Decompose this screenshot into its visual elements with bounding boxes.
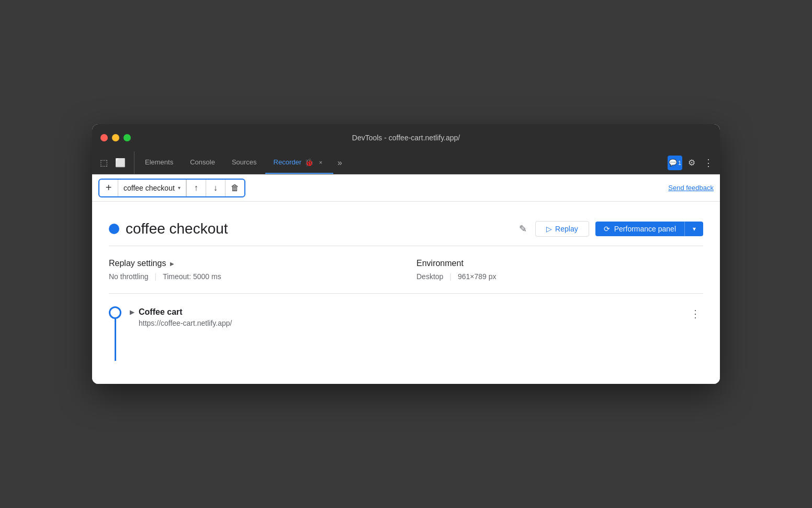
env-separator: | (449, 272, 452, 281)
chat-badge-button[interactable]: 💬1 (668, 156, 682, 170)
settings-section: Replay settings ▶ No throttling | Timeou… (109, 246, 703, 294)
recording-status-dot (109, 224, 119, 234)
tab-sources[interactable]: Sources (223, 151, 265, 174)
tab-recorder[interactable]: Recorder 🐞 × (265, 151, 333, 174)
devtools-window: DevTools - coffee-cart.netlify.app/ ⬚ ⬜ … (92, 124, 720, 384)
timeline-item-url: https://coffee-cart.netlify.app/ (139, 319, 232, 327)
performance-panel-button[interactable]: ⟳ Performance panel (595, 222, 684, 236)
device-toolbar-button[interactable]: ⬜ (113, 156, 128, 170)
main-content: coffee checkout ✎ ▷ Replay ⟳ Performance… (92, 202, 720, 384)
tab-icon-group: ⬚ ⬜ (96, 151, 134, 174)
more-tabs-button[interactable]: » (333, 151, 346, 174)
timeline-connector (109, 306, 121, 361)
send-feedback-link[interactable]: Send feedback (668, 184, 714, 192)
replay-button[interactable]: ▷ Replay (535, 221, 589, 237)
timeline-line (115, 319, 116, 361)
timeline-item-more-button[interactable]: ⋮ (688, 307, 703, 320)
close-button[interactable] (100, 134, 108, 141)
tab-right-actions: 💬1 ⚙ ⋮ (668, 151, 716, 174)
tab-bar: ⬚ ⬜ Elements Console Sources Recorder 🐞 … (92, 151, 720, 174)
resolution-label: 961×789 px (458, 272, 497, 281)
tab-elements[interactable]: Elements (137, 151, 182, 174)
trash-icon: 🗑 (231, 183, 239, 193)
environment-values: Desktop | 961×789 px (416, 272, 703, 281)
timeline-item: ▶ Coffee cart https://coffee-cart.netlif… (109, 306, 703, 361)
settings-separator: | (154, 272, 156, 281)
maximize-button[interactable] (123, 134, 131, 141)
timeline-node-circle (109, 306, 121, 319)
environment-title: Environment (416, 259, 703, 268)
toolbar-bordered-group: + coffee checkout ▾ ↑ ↓ 🗑 (98, 179, 245, 197)
edit-title-icon[interactable]: ✎ (517, 221, 529, 237)
timeline-section: ▶ Coffee cart https://coffee-cart.netlif… (109, 294, 703, 373)
throttle-value: No throttling (109, 272, 148, 281)
tabs-list: Elements Console Sources Recorder 🐞 × » (137, 151, 668, 174)
add-recording-button[interactable]: + (99, 179, 118, 197)
title-bar: DevTools - coffee-cart.netlify.app/ (92, 124, 720, 151)
replay-settings-values: No throttling | Timeout: 5000 ms (109, 272, 396, 281)
traffic-lights (100, 134, 131, 141)
replay-settings-panel: Replay settings ▶ No throttling | Timeou… (109, 259, 396, 281)
tab-console[interactable]: Console (182, 151, 223, 174)
perf-panel-icon: ⟳ (604, 225, 610, 233)
recording-name: coffee checkout (123, 184, 175, 192)
device-label: Desktop (416, 272, 443, 281)
export-recording-button[interactable]: ↑ (187, 179, 206, 197)
upload-icon: ↑ (194, 183, 198, 193)
minimize-button[interactable] (112, 134, 119, 141)
window-title: DevTools - coffee-cart.netlify.app/ (352, 134, 460, 142)
performance-panel-group: ⟳ Performance panel ▾ (595, 222, 703, 236)
settings-button[interactable]: ⚙ (684, 156, 699, 170)
settings-expand-arrow-icon: ▶ (170, 261, 174, 267)
timeout-value: Timeout: 5000 ms (163, 272, 221, 281)
play-icon: ▷ (546, 225, 552, 233)
environment-panel: Environment Desktop | 961×789 px (396, 259, 703, 281)
timeline-item-content: ▶ Coffee cart https://coffee-cart.netlif… (130, 306, 703, 327)
recording-selector[interactable]: coffee checkout ▾ (118, 179, 186, 197)
recorder-close-button[interactable]: × (317, 158, 325, 167)
replay-settings-title[interactable]: Replay settings ▶ (109, 259, 396, 268)
download-icon: ↓ (213, 183, 218, 193)
timeline-item-header: ▶ Coffee cart https://coffee-cart.netlif… (130, 307, 703, 327)
import-recording-button[interactable]: ↓ (206, 179, 225, 197)
timeline-expand-icon[interactable]: ▶ (130, 308, 134, 316)
recorder-toolbar: + coffee checkout ▾ ↑ ↓ 🗑 Send feedback (92, 174, 720, 202)
delete-recording-button[interactable]: 🗑 (225, 179, 244, 197)
recording-header: coffee checkout ✎ ▷ Replay ⟳ Performance… (109, 212, 703, 246)
inspect-element-button[interactable]: ⬚ (96, 156, 111, 170)
performance-panel-dropdown-button[interactable]: ▾ (684, 222, 703, 236)
timeline-item-title: Coffee cart (139, 307, 232, 317)
more-options-button[interactable]: ⋮ (701, 156, 716, 170)
chevron-down-icon: ▾ (178, 185, 181, 191)
recording-header-title: coffee checkout (126, 220, 511, 237)
chevron-down-icon: ▾ (693, 225, 696, 233)
